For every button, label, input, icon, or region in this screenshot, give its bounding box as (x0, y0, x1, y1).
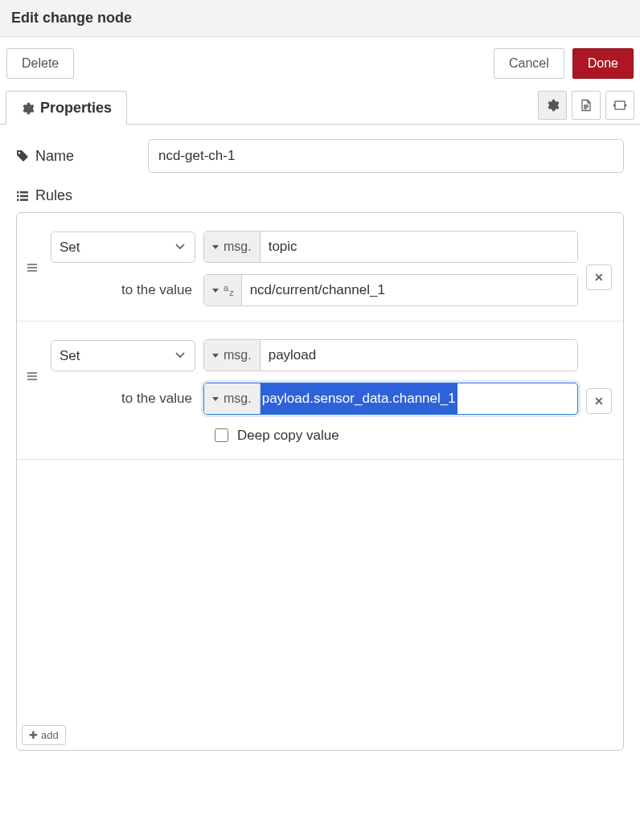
svg-rect-5 (17, 195, 19, 197)
node-settings-button[interactable] (538, 91, 567, 120)
rule-row: Set msg. to the value (17, 213, 623, 322)
rule-body: Set msg. to the value (51, 231, 578, 306)
plus-icon: ✚ (29, 729, 38, 741)
drag-handle-icon[interactable] (27, 339, 43, 381)
rule-value-input[interactable] (203, 274, 578, 306)
name-row: Name (16, 139, 624, 173)
to-value-label: to the value (51, 282, 195, 298)
rule-action-select[interactable]: Set (51, 340, 195, 371)
deep-copy-row: Deep copy value (211, 426, 578, 445)
rule-target-input[interactable]: msg. (203, 339, 578, 371)
tab-properties-label: Properties (40, 100, 112, 117)
rule-body: Set msg. to the value (51, 339, 578, 445)
svg-rect-3 (17, 191, 19, 194)
rule-target-line: Set msg. (51, 231, 578, 263)
delete-rule-button[interactable]: ✕ (586, 388, 612, 414)
appearance-icon (613, 99, 627, 112)
typed-prefix[interactable]: msg. (204, 340, 261, 371)
typed-prefix[interactable]: msg. (204, 232, 261, 262)
rule-value-input[interactable]: msg. payload.sensor_data.channel_1 (203, 383, 578, 415)
rule-value-line: to the value (51, 274, 578, 306)
rule-value-text[interactable]: payload.sensor_data.channel_1 (261, 383, 457, 414)
name-label-text: Name (35, 148, 74, 165)
name-label: Name (16, 148, 148, 165)
done-button[interactable]: Done (572, 48, 634, 79)
drag-handle-icon[interactable] (27, 231, 43, 272)
action-button-row: Delete Cancel Done (0, 37, 640, 90)
delete-button[interactable]: Delete (6, 48, 74, 79)
string-type-icon (224, 286, 233, 294)
document-icon (580, 99, 593, 112)
rules-container: Set msg. to the value (16, 212, 624, 751)
rule-target-value[interactable] (261, 340, 577, 371)
tag-icon (16, 150, 29, 162)
typed-prefix-label: msg. (224, 348, 252, 363)
close-icon: ✕ (594, 395, 604, 408)
deep-copy-label: Deep copy value (237, 428, 339, 444)
rule-action-select[interactable]: Set (51, 232, 195, 263)
dialog-title: Edit change node (11, 10, 132, 26)
rules-label-text: Rules (35, 187, 72, 204)
tabs-row: Properties (0, 90, 640, 125)
caret-down-icon (212, 354, 219, 358)
svg-rect-2 (625, 104, 626, 106)
add-rule-button[interactable]: ✚ add (22, 725, 66, 745)
form-area: Name Rules Set (0, 125, 640, 759)
typed-prefix[interactable] (204, 275, 242, 305)
right-button-group: Cancel Done (494, 48, 634, 79)
rule-target-value[interactable] (261, 232, 577, 262)
rule-value-text[interactable] (242, 275, 577, 305)
close-icon: ✕ (594, 271, 604, 284)
node-appearance-button[interactable] (605, 91, 634, 120)
typed-prefix[interactable]: msg. (204, 383, 261, 414)
rule-target-line: Set msg. (51, 339, 578, 371)
svg-rect-8 (20, 199, 28, 201)
typed-prefix-label: msg. (224, 391, 252, 406)
list-icon (16, 190, 29, 203)
svg-rect-0 (615, 101, 625, 109)
add-rule-label: add (41, 729, 59, 741)
node-description-button[interactable] (572, 91, 601, 120)
to-value-label: to the value (51, 391, 195, 407)
delete-rule-button[interactable]: ✕ (586, 264, 612, 290)
dialog-header: Edit change node (0, 0, 640, 37)
gear-icon (21, 102, 34, 115)
svg-rect-6 (20, 195, 28, 197)
svg-rect-7 (17, 199, 19, 201)
typed-prefix-label: msg. (224, 240, 252, 254)
deep-copy-checkbox[interactable] (215, 428, 228, 442)
tab-properties[interactable]: Properties (6, 91, 127, 125)
gear-icon (546, 99, 559, 112)
svg-rect-1 (613, 104, 615, 106)
tab-icon-group (538, 90, 634, 124)
rule-value-line: to the value msg. payload.sensor_data.ch… (51, 383, 578, 415)
caret-down-icon (212, 397, 219, 401)
svg-rect-4 (20, 191, 28, 194)
rule-row: Set msg. to the value (17, 322, 623, 460)
cancel-button[interactable]: Cancel (494, 48, 564, 79)
name-input[interactable] (148, 139, 624, 173)
rules-header-row: Rules (16, 187, 624, 204)
caret-down-icon (212, 289, 219, 293)
rules-label: Rules (16, 187, 148, 204)
rule-target-input[interactable]: msg. (203, 231, 578, 263)
caret-down-icon (212, 245, 219, 249)
